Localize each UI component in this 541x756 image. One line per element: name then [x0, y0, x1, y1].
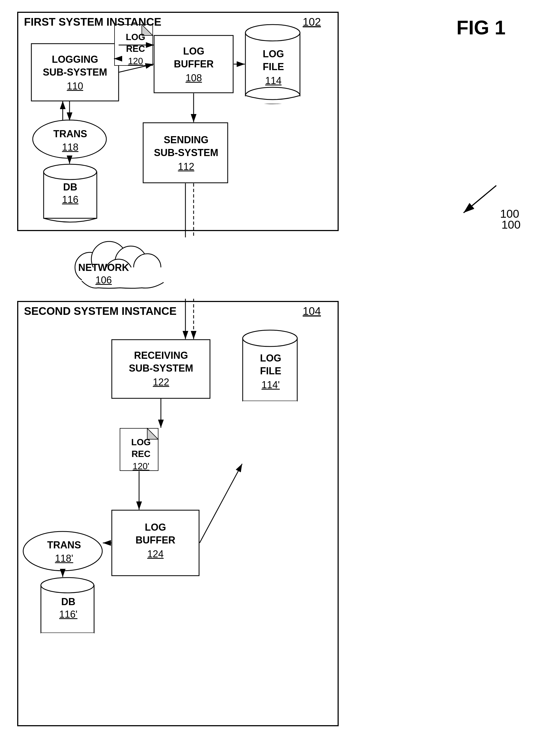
log-rec-120p-label: LOGREC 120' — [123, 437, 159, 471]
svg-rect-32 — [41, 633, 94, 641]
svg-point-7 — [246, 25, 300, 41]
logging-subsystem-label: LOGGINGSUB-SYSTEM 110 — [35, 53, 115, 92]
log-buffer-124-label: LOGBUFFER 124 — [116, 521, 195, 560]
reference-100: 100 — [501, 218, 521, 231]
svg-line-47 — [200, 464, 242, 543]
svg-line-50 — [464, 186, 496, 213]
second-system-label: SECOND SYSTEM INSTANCE — [24, 305, 177, 317]
log-rec-120-label: LOGREC 120 — [118, 31, 153, 66]
log-file-114-label: LOGFILE 114 — [251, 48, 296, 86]
svg-rect-25 — [243, 401, 297, 409]
log-file-114p-label: LOGFILE 114' — [248, 352, 293, 391]
logging-subsystem-number: 110 — [35, 80, 115, 92]
receiving-subsystem-label: RECEIVINGSUB-SYSTEM 122 — [117, 349, 205, 388]
db-116-label: DB 116 — [50, 181, 90, 205]
svg-point-13 — [44, 164, 97, 180]
db-116p-label: DB 116' — [46, 596, 91, 620]
sending-subsystem-label: SENDINGSUB-SYSTEM 112 — [147, 134, 225, 172]
svg-point-24 — [243, 330, 297, 346]
svg-point-31 — [41, 578, 94, 593]
log-buffer-108-label: LOGBUFFER 108 — [158, 45, 230, 84]
trans-118-label: TRANS 118 — [42, 128, 98, 153]
trans-118p-label: TRANS 118' — [38, 539, 90, 564]
first-system-number: 102 — [303, 16, 321, 28]
svg-point-17 — [134, 254, 161, 281]
page: FIG 1 100 — [0, 0, 541, 756]
second-system-number: 104 — [303, 305, 321, 317]
svg-point-8 — [246, 87, 300, 104]
first-system-label: FIRST SYSTEM INSTANCE — [24, 16, 162, 28]
fig-title: FIG 1 — [456, 16, 506, 39]
network-106-label: NETWORK 106 — [75, 262, 132, 286]
svg-rect-9 — [246, 95, 300, 104]
